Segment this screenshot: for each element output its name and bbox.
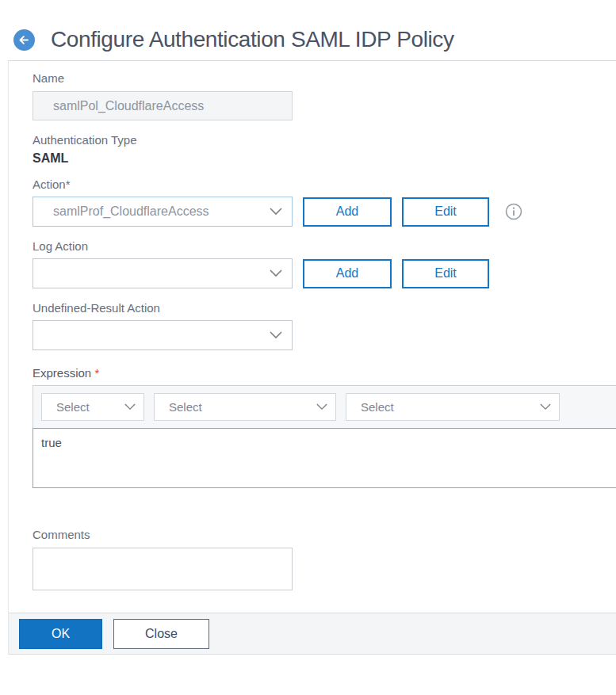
log-action-label: Log Action bbox=[33, 239, 616, 254]
auth-type-label: Authentication Type bbox=[33, 133, 616, 147]
auth-type-field: Authentication Type SAML bbox=[33, 133, 616, 166]
form-footer: OK Close bbox=[9, 613, 616, 655]
chevron-down-icon bbox=[270, 269, 282, 277]
expression-select-2[interactable]: Select bbox=[154, 393, 336, 421]
undefined-result-action-label: Undefined-Result Action bbox=[33, 301, 616, 315]
back-button[interactable] bbox=[13, 29, 35, 51]
expression-select-1-value: Select bbox=[42, 400, 124, 414]
log-action-select[interactable] bbox=[33, 258, 293, 288]
expression-label-text: Expression bbox=[33, 366, 91, 380]
action-field: Action* samlProf_CloudflareAccess Add Ed… bbox=[33, 178, 616, 227]
expression-toolbar: Select Select Select bbox=[33, 385, 616, 428]
close-button[interactable]: Close bbox=[113, 619, 209, 649]
action-select-value: samlProf_CloudflareAccess bbox=[33, 204, 270, 219]
name-input[interactable] bbox=[33, 91, 293, 120]
expression-select-3[interactable]: Select bbox=[346, 393, 560, 421]
page-title: Configure Authentication SAML IDP Policy bbox=[51, 27, 454, 52]
action-select[interactable]: samlProf_CloudflareAccess bbox=[33, 197, 293, 227]
info-icon[interactable] bbox=[505, 203, 522, 220]
chevron-down-icon bbox=[540, 403, 551, 411]
expression-select-2-value: Select bbox=[155, 400, 316, 414]
action-label: Action* bbox=[33, 178, 616, 192]
expression-select-1[interactable]: Select bbox=[41, 393, 144, 421]
action-edit-button[interactable]: Edit bbox=[402, 197, 489, 227]
chevron-down-icon bbox=[270, 331, 282, 339]
chevron-down-icon bbox=[316, 403, 327, 411]
expression-input[interactable]: true bbox=[33, 428, 616, 488]
undefined-result-action-field: Undefined-Result Action bbox=[33, 301, 616, 350]
chevron-down-icon bbox=[270, 208, 282, 216]
name-label: Name bbox=[33, 71, 616, 86]
undefined-result-action-select[interactable] bbox=[33, 320, 293, 350]
log-action-add-button[interactable]: Add bbox=[303, 259, 392, 288]
log-action-field: Log Action Add Edit bbox=[33, 239, 616, 288]
form-panel: Name Authentication Type SAML Action* sa… bbox=[8, 60, 616, 655]
chevron-down-icon bbox=[124, 403, 136, 411]
comments-field: Comments bbox=[33, 528, 616, 590]
expression-field: Expression * Select Select Selec bbox=[33, 366, 616, 488]
log-action-edit-button[interactable]: Edit bbox=[402, 259, 489, 288]
name-field: Name bbox=[33, 71, 616, 120]
comments-input[interactable] bbox=[33, 548, 293, 590]
action-add-button[interactable]: Add bbox=[303, 197, 392, 227]
expression-label: Expression * bbox=[33, 366, 616, 380]
auth-type-value: SAML bbox=[33, 151, 616, 166]
page-header: Configure Authentication SAML IDP Policy bbox=[0, 0, 616, 60]
arrow-left-icon bbox=[18, 34, 30, 46]
comments-label: Comments bbox=[33, 528, 616, 542]
required-asterisk: * bbox=[94, 366, 99, 380]
ok-button[interactable]: OK bbox=[19, 619, 102, 649]
expression-select-3-value: Select bbox=[346, 400, 540, 414]
